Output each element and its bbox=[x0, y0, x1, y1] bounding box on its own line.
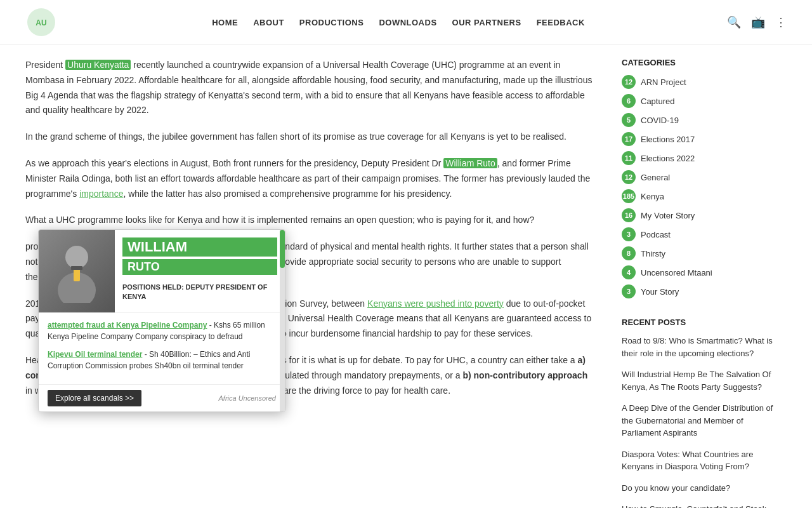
site-header: AU HOME ABOUT PRODUCTIONS DOWNLOADS OUR … bbox=[0, 0, 812, 45]
politician-popup: WILLIAM RUTO POSITIONS HELD: DEPUTY PRES… bbox=[38, 229, 285, 412]
category-elections2022[interactable]: 11 Elections 2022 bbox=[622, 151, 774, 165]
category-kenya-label: Kenya bbox=[641, 192, 664, 201]
article-para-2: In the grand scheme of things, the jubil… bbox=[25, 130, 596, 145]
sidebar: CATEGORIES 12 ARN Project 6 Captured 5 C… bbox=[622, 58, 774, 508]
popup-source: Africa Uncensored bbox=[219, 394, 277, 402]
recent-post-6[interactable]: How to Smuggle, Counterfeit and Steal: C… bbox=[622, 503, 774, 508]
category-my-voter-story-label: My Voter Story bbox=[641, 211, 695, 220]
search-icon[interactable]: 🔍 bbox=[727, 15, 741, 29]
popup-scandal-2: Kipevu Oil terminal tender - Sh 40Billio… bbox=[48, 349, 276, 371]
category-your-story[interactable]: 3 Your Story bbox=[622, 284, 774, 298]
category-uncensored-mtaani-badge: 4 bbox=[622, 265, 636, 279]
category-captured-badge: 6 bbox=[622, 94, 636, 108]
nav-productions[interactable]: PRODUCTIONS bbox=[299, 18, 364, 27]
recent-posts-section: RECENT POSTS Road to 9/8: Who is Smartma… bbox=[622, 318, 774, 508]
category-captured[interactable]: 6 Captured bbox=[622, 94, 774, 108]
category-arn-project-label: ARN Project bbox=[641, 77, 686, 87]
nav-about[interactable]: ABOUT bbox=[253, 18, 284, 27]
popup-body: attempted fraud at Kenya Pipeline Compan… bbox=[39, 312, 285, 384]
site-logo[interactable]: AU bbox=[25, 6, 57, 38]
category-kenya[interactable]: 185 Kenya bbox=[622, 189, 774, 203]
nav-feedback[interactable]: FEEDBACK bbox=[537, 18, 585, 27]
category-general-badge: 12 bbox=[622, 170, 636, 184]
popup-name-block: WILLIAM RUTO POSITIONS HELD: DEPUTY PRES… bbox=[115, 230, 285, 312]
category-covid19[interactable]: 5 COVID-19 bbox=[622, 113, 774, 127]
category-thirsty-label: Thirsty bbox=[641, 249, 665, 258]
article-para-3: As we approach this year's elections in … bbox=[25, 156, 596, 201]
popup-scrollbar-thumb bbox=[280, 230, 285, 268]
kenyatta-highlight[interactable]: Uhuru Kenyatta bbox=[65, 60, 131, 70]
recent-post-1[interactable]: Road to 9/8: Who is Smartmatic? What is … bbox=[622, 335, 774, 359]
category-your-story-badge: 3 bbox=[622, 284, 636, 298]
article-para-4: What a UHC programme looks like for Keny… bbox=[25, 213, 596, 228]
politician-position: POSITIONS HELD: DEPUTY PRESIDENT OF KENY… bbox=[122, 283, 277, 302]
category-uncensored-mtaani-label: Uncensored Mtaani bbox=[641, 268, 712, 277]
category-my-voter-story-badge: 16 bbox=[622, 208, 636, 222]
nav-partners[interactable]: OUR PARTNERS bbox=[452, 18, 521, 27]
explore-scandals-button[interactable]: Explore all scandals >> bbox=[48, 390, 141, 406]
svg-rect-5 bbox=[71, 266, 82, 270]
recent-posts-title: RECENT POSTS bbox=[622, 318, 774, 327]
category-elections2017[interactable]: 17 Elections 2017 bbox=[622, 132, 774, 146]
popup-footer: Explore all scandals >> Africa Uncensore… bbox=[39, 384, 285, 411]
category-general-label: General bbox=[641, 173, 670, 182]
category-covid19-badge: 5 bbox=[622, 113, 636, 127]
category-covid19-label: COVID-19 bbox=[641, 116, 679, 125]
recent-post-4[interactable]: Diaspora Votes: What Countries are Kenya… bbox=[622, 448, 774, 473]
recent-post-3[interactable]: A Deep Dive of the Gender Distribution o… bbox=[622, 402, 774, 439]
svg-text:AU: AU bbox=[36, 18, 46, 27]
share-icon[interactable]: ⋮ bbox=[775, 15, 787, 29]
category-elections2017-badge: 17 bbox=[622, 132, 636, 146]
svg-point-2 bbox=[65, 246, 88, 269]
popup-header: WILLIAM RUTO POSITIONS HELD: DEPUTY PRES… bbox=[39, 230, 285, 312]
header-icons: 🔍 📺 ⋮ bbox=[727, 15, 787, 29]
category-kenya-badge: 185 bbox=[622, 189, 636, 203]
article-para-1: President Uhuru Kenyatta recently launch… bbox=[25, 58, 596, 118]
popup-scrollbar[interactable] bbox=[280, 230, 285, 411]
category-elections2017-label: Elections 2017 bbox=[641, 135, 695, 144]
recent-post-2[interactable]: Will Industrial Hemp Be The Salvation Of… bbox=[622, 368, 774, 393]
categories-title: CATEGORIES bbox=[622, 58, 774, 67]
recent-post-5[interactable]: Do you know your candidate? bbox=[622, 482, 774, 495]
main-nav: HOME ABOUT PRODUCTIONS DOWNLOADS OUR PAR… bbox=[70, 18, 727, 27]
scandal-link-2[interactable]: Kipevu Oil terminal tender bbox=[48, 350, 142, 359]
categories-section: CATEGORIES 12 ARN Project 6 Captured 5 C… bbox=[622, 58, 774, 298]
category-uncensored-mtaani[interactable]: 4 Uncensored Mtaani bbox=[622, 265, 774, 279]
category-elections2022-badge: 11 bbox=[622, 151, 636, 165]
importance-link[interactable]: importance bbox=[79, 189, 123, 199]
display-icon[interactable]: 📺 bbox=[751, 15, 765, 29]
category-captured-label: Captured bbox=[641, 97, 674, 106]
category-elections2022-label: Elections 2022 bbox=[641, 154, 695, 163]
politician-photo bbox=[39, 230, 115, 312]
survey-link[interactable]: Kenyans were pushed into poverty bbox=[367, 298, 504, 309]
nav-downloads[interactable]: DOWNLOADS bbox=[379, 18, 436, 27]
ruto-highlight[interactable]: William Ruto bbox=[443, 158, 497, 168]
politician-last-name: RUTO bbox=[122, 259, 277, 275]
category-thirsty-badge: 8 bbox=[622, 246, 636, 260]
category-podcast-label: Podcast bbox=[641, 230, 671, 239]
category-podcast[interactable]: 3 Podcast bbox=[622, 227, 774, 241]
nav-home[interactable]: HOME bbox=[212, 18, 238, 27]
scandal-link-1[interactable]: attempted fraud at Kenya Pipeline Compan… bbox=[48, 321, 207, 330]
category-podcast-badge: 3 bbox=[622, 227, 636, 241]
svg-rect-4 bbox=[74, 269, 80, 281]
category-general[interactable]: 12 General bbox=[622, 170, 774, 184]
category-arn-project[interactable]: 12 ARN Project bbox=[622, 75, 774, 89]
category-my-voter-story[interactable]: 16 My Voter Story bbox=[622, 208, 774, 222]
popup-scandal-1: attempted fraud at Kenya Pipeline Compan… bbox=[48, 319, 276, 342]
politician-first-name: WILLIAM bbox=[122, 237, 277, 257]
category-your-story-label: Your Story bbox=[641, 287, 679, 297]
category-arn-project-badge: 12 bbox=[622, 75, 636, 89]
category-thirsty[interactable]: 8 Thirsty bbox=[622, 246, 774, 260]
